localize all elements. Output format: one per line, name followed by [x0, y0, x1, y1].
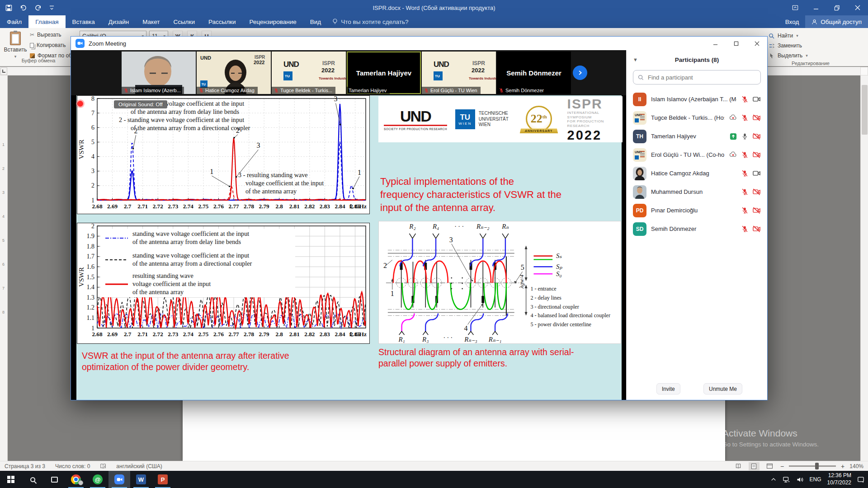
- svg-text:ISPR: ISPR: [322, 60, 335, 66]
- taskbar-messenger[interactable]: @: [87, 471, 108, 488]
- word-tab-4[interactable]: Макет: [136, 15, 166, 28]
- web-layout-button[interactable]: [764, 462, 775, 470]
- select-button[interactable]: Выделить▾: [769, 51, 853, 61]
- scroll-thumb[interactable]: [862, 85, 868, 135]
- share-button[interactable]: Общий доступ: [805, 15, 868, 28]
- language-tray[interactable]: ENG: [810, 476, 821, 483]
- task-view-button[interactable]: [43, 471, 65, 488]
- sign-in-button[interactable]: Вход: [779, 15, 806, 28]
- word-tab-8[interactable]: Вид: [303, 15, 328, 28]
- ribbon-display-options-button[interactable]: [785, 0, 806, 15]
- undo-icon[interactable]: [19, 5, 27, 11]
- svg-text:5 - power divider centerline: 5 - power divider centerline: [530, 321, 591, 328]
- zoom-maximize-button[interactable]: [726, 37, 746, 50]
- save-icon[interactable]: [5, 5, 12, 11]
- zoom-titlebar[interactable]: Zoom Meeting: [71, 37, 767, 50]
- cut-button[interactable]: ✂Вырезать: [30, 31, 72, 38]
- video-tile-3[interactable]: Tamerlan HajiyevTamerlan Hajiyev: [347, 52, 421, 94]
- shared-screen-slide: 123456782.682.692.72.712.722.732.742.752…: [76, 95, 622, 400]
- clock[interactable]: 12:36 PM10/7/2022: [827, 472, 851, 486]
- participant-row-6[interactable]: PDPınar Demircioğlu: [627, 201, 767, 220]
- word-tab-1[interactable]: Главная: [28, 15, 65, 28]
- customize-qat-icon[interactable]: [49, 5, 54, 10]
- start-button[interactable]: [0, 471, 22, 488]
- unmute-me-button[interactable]: Unmute Me: [703, 383, 742, 394]
- svg-text:1.6: 1.6: [87, 263, 95, 270]
- search-button[interactable]: [22, 471, 43, 488]
- participant-row-4[interactable]: Hatice Camgoz Akdag: [627, 164, 767, 183]
- zoom-close-button[interactable]: [746, 37, 767, 50]
- next-participants-button[interactable]: [573, 66, 587, 80]
- word-tab-2[interactable]: Вставка: [66, 15, 102, 28]
- camera-off-icon: [752, 188, 761, 196]
- participant-row-1[interactable]: UNDTugce Beldek - Turkis... (Host): [627, 108, 767, 127]
- restore-button[interactable]: [826, 0, 847, 15]
- copy-button[interactable]: Копировать: [30, 42, 72, 49]
- zoom-minimize-button[interactable]: [705, 37, 726, 50]
- taskbar-word[interactable]: W: [130, 471, 152, 488]
- page-indicator[interactable]: Страница 3 из 3: [5, 463, 45, 469]
- find-button[interactable]: Найти▾: [769, 31, 853, 41]
- language-indicator[interactable]: английский (США): [116, 463, 162, 469]
- svg-text:1.7: 1.7: [87, 253, 95, 260]
- invite-button[interactable]: Invite: [656, 383, 680, 394]
- zoom-out-button[interactable]: −: [780, 463, 784, 470]
- read-mode-button[interactable]: [733, 462, 744, 470]
- print-layout-button[interactable]: [749, 462, 760, 470]
- svg-text:2.84: 2.84: [335, 203, 345, 210]
- minimize-button[interactable]: [806, 0, 826, 15]
- tell-me-label: Что вы хотите сделать?: [341, 19, 408, 25]
- taskbar-powerpoint[interactable]: P: [152, 471, 174, 488]
- camera-off-icon: [752, 206, 761, 215]
- taskbar-chrome[interactable]: [65, 471, 87, 488]
- svg-text:2: 2: [91, 182, 94, 189]
- word-tab-3[interactable]: Дизайн: [102, 15, 136, 28]
- document-page[interactable]: [183, 394, 725, 461]
- zoom-in-button[interactable]: +: [841, 463, 844, 470]
- zoom-slider[interactable]: [789, 465, 836, 467]
- word-count[interactable]: Число слов: 0: [55, 463, 90, 469]
- camera-on-icon: [752, 95, 761, 103]
- taskbar-zoom[interactable]: [108, 471, 130, 488]
- video-tile-0[interactable]: Islam Islamov (Azerb...: [122, 52, 196, 94]
- participant-row-3[interactable]: UNDErol Güçlü - TU Wi... (Co-host): [627, 145, 767, 164]
- word-tab-5[interactable]: Ссылки: [166, 15, 202, 28]
- zoom-percentage[interactable]: 140%: [849, 463, 863, 469]
- slide-heading: Typical implementations of the frequency…: [380, 175, 611, 214]
- action-center-icon[interactable]: [857, 476, 864, 483]
- close-button[interactable]: [847, 0, 868, 15]
- participant-status-icons: [741, 206, 761, 215]
- tray-chevron-icon[interactable]: [770, 477, 777, 482]
- video-tile-2[interactable]: UNDTUISPR2022Towards Industry 5.0Tugce B…: [272, 52, 346, 94]
- svg-text:2.8: 2.8: [275, 203, 283, 210]
- volume-icon[interactable]: [796, 476, 804, 483]
- tab-selector[interactable]: [0, 67, 7, 75]
- video-tile-4[interactable]: UNDTUISPR2022Towards Industry 5.0Erol Gü…: [422, 52, 496, 94]
- serial-line-green: [402, 283, 506, 310]
- network-icon[interactable]: [783, 476, 790, 483]
- word-tab-6[interactable]: Рассылки: [202, 15, 243, 28]
- video-tile-1[interactable]: UNDTUISPR2022Hatice Camgoz Akdag: [197, 52, 271, 94]
- ruler-toggle-button[interactable]: [860, 67, 868, 75]
- word-tab-7[interactable]: Рецензирование: [243, 15, 303, 28]
- video-tile-5[interactable]: Semih DönmezerSemih Dönmezer: [497, 52, 571, 94]
- svg-text:TU: TU: [435, 74, 440, 78]
- word-tab-0[interactable]: Файл: [0, 15, 28, 28]
- participant-row-2[interactable]: THTamerlan Hajiyev: [627, 127, 767, 145]
- tell-me-box[interactable]: Что вы хотите сделать?: [328, 15, 413, 28]
- svg-text:3: 3: [334, 96, 338, 103]
- participant-row-5[interactable]: Muhammed Dursun: [627, 183, 767, 201]
- redo-icon[interactable]: [34, 5, 42, 11]
- collapse-chevron-icon[interactable]: ▼: [633, 57, 638, 62]
- proofing-icon[interactable]: [100, 463, 106, 469]
- svg-text:Rₙ: Rₙ: [501, 223, 509, 230]
- mic-muted-icon: [741, 151, 749, 159]
- vertical-ruler: 12345678: [0, 75, 8, 461]
- participant-row-0[interactable]: IIIslam Islamov (Azerbaijan T... (Me): [627, 90, 767, 108]
- avatar: II: [633, 93, 646, 106]
- replace-button[interactable]: Заменить: [769, 41, 853, 51]
- vertical-scrollbar[interactable]: ▲: [860, 67, 868, 461]
- zoom-slider-thumb[interactable]: [815, 463, 819, 469]
- participant-search-input[interactable]: [647, 74, 756, 81]
- participant-row-7[interactable]: SDSemih Dönmezer: [627, 220, 767, 238]
